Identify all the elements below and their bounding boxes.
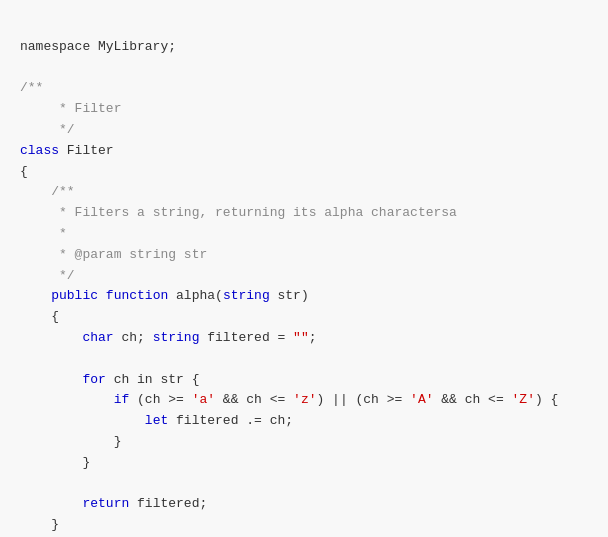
normal-token: { — [20, 164, 28, 179]
normal-token — [98, 288, 106, 303]
code-line: /** — [20, 182, 588, 203]
string-token: 'A' — [410, 392, 433, 407]
code-line: /** — [20, 78, 588, 99]
code-line — [20, 474, 588, 495]
keyword-token: if — [114, 392, 130, 407]
normal-token: alpha( — [168, 288, 223, 303]
code-line: * @param string str — [20, 245, 588, 266]
normal-token: ) || (ch >= — [316, 392, 410, 407]
normal-token: Filter — [59, 143, 114, 158]
normal-token: } — [114, 434, 122, 449]
normal-token: ch; — [114, 330, 153, 345]
code-line: let filtered .= ch; — [20, 411, 588, 432]
comment-token: * — [51, 226, 67, 241]
keyword-token: string — [223, 288, 270, 303]
code-line: class Filter — [20, 141, 588, 162]
keyword-token: public — [51, 288, 98, 303]
code-line: { — [20, 307, 588, 328]
normal-token: filtered; — [129, 496, 207, 511]
keyword-token: string — [153, 330, 200, 345]
code-line: { — [20, 162, 588, 183]
normal-token: ; — [309, 330, 317, 345]
string-token: 'a' — [192, 392, 215, 407]
normal-token: } — [51, 517, 59, 532]
keyword-token: return — [82, 496, 129, 511]
keyword-token: for — [82, 372, 105, 387]
code-line: */ — [20, 120, 588, 141]
code-line: * Filter — [20, 99, 588, 120]
comment-token: /** — [20, 80, 43, 95]
keyword-token: let — [145, 413, 168, 428]
normal-token: && ch <= — [215, 392, 293, 407]
keyword-token: class — [20, 143, 59, 158]
comment-token: */ — [51, 122, 74, 137]
code-line: } — [20, 432, 588, 453]
code-line: namespace MyLibrary; — [20, 37, 588, 58]
normal-token: ch in str { — [106, 372, 200, 387]
keyword-token: char — [82, 330, 113, 345]
code-line: for ch in str { — [20, 370, 588, 391]
normal-token: str) — [270, 288, 309, 303]
string-token: "" — [293, 330, 309, 345]
code-line: public function alpha(string str) — [20, 286, 588, 307]
code-line — [20, 58, 588, 79]
comment-token: /** — [51, 184, 74, 199]
normal-token: } — [82, 455, 90, 470]
comment-token: * @param string str — [51, 247, 207, 262]
code-line: * Filters a string, returning its alpha … — [20, 203, 588, 224]
string-token: 'Z' — [512, 392, 535, 407]
code-line: */ — [20, 266, 588, 287]
code-line: if (ch >= 'a' && ch <= 'z') || (ch >= 'A… — [20, 390, 588, 411]
code-line — [20, 349, 588, 370]
comment-token: * Filters a string, returning its alpha … — [51, 205, 457, 220]
normal-token: { — [51, 309, 59, 324]
normal-token: && ch <= — [434, 392, 512, 407]
code-line: } — [20, 453, 588, 474]
code-line: } — [20, 515, 588, 536]
normal-token: filtered .= ch; — [168, 413, 293, 428]
normal-token: ) { — [535, 392, 558, 407]
code-editor: namespace MyLibrary; /** * Filter */clas… — [20, 16, 588, 537]
code-line: return filtered; — [20, 494, 588, 515]
keyword-token: function — [106, 288, 168, 303]
normal-token: namespace MyLibrary; — [20, 39, 176, 54]
code-line: char ch; string filtered = ""; — [20, 328, 588, 349]
comment-token: */ — [51, 268, 74, 283]
code-line: * — [20, 224, 588, 245]
normal-token: (ch >= — [129, 392, 191, 407]
comment-token: * Filter — [51, 101, 121, 116]
normal-token: filtered = — [199, 330, 293, 345]
string-token: 'z' — [293, 392, 316, 407]
